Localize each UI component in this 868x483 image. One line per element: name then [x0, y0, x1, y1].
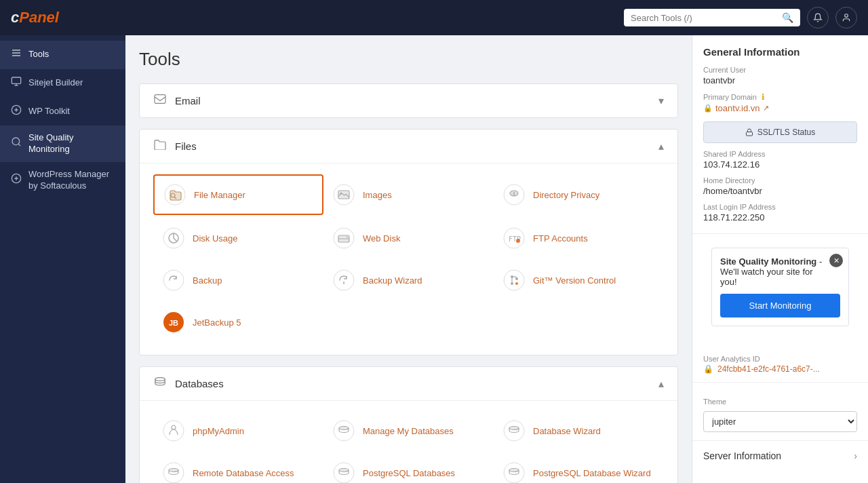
sidebar-item-wp-manager[interactable]: WordPress Manager by Softaculous [0, 162, 125, 199]
tool-item-postgresql[interactable]: PostgreSQL Databases [323, 454, 494, 483]
start-monitoring-button[interactable]: Start Monitoring [720, 294, 840, 317]
svg-point-42 [155, 378, 165, 381]
main-content: Tools Email ▾ [125, 35, 868, 483]
server-info-row[interactable]: Server Information › [692, 441, 868, 471]
svg-point-30 [516, 239, 520, 243]
primary-domain-value[interactable]: 🔒 toantv.id.vn ↗ [703, 103, 857, 113]
directory-privacy-label: Directory Privacy [533, 190, 599, 200]
svg-point-17 [340, 193, 342, 195]
phpmyadmin-icon [161, 419, 186, 443]
files-chevron-icon: ▴ [658, 140, 664, 153]
postgresql-wizard-label: PostgreSQL Database Wizard [533, 468, 651, 478]
web-disk-icon [332, 226, 356, 250]
tool-item-backup[interactable]: Backup [153, 261, 323, 299]
analytics-label: User Analytics ID [703, 355, 857, 363]
sidebar-item-site-quality[interactable]: Site Quality Monitoring [0, 125, 125, 162]
primary-domain-label: Primary Domain ℹ [703, 92, 857, 102]
last-login-value: 118.71.222.250 [703, 212, 857, 223]
layout: Tools Sitejet Builder WP Toolkit Site Qu… [0, 35, 868, 483]
email-section-header[interactable]: Email ▾ [140, 84, 677, 117]
tool-item-jetbackup[interactable]: JB JetBackup 5 [153, 303, 323, 341]
general-info-title: General Information [703, 46, 857, 58]
tool-item-git[interactable]: Git™ Version Control [494, 261, 664, 299]
svg-point-36 [511, 282, 513, 285]
db-wizard-label: Database Wizard [533, 426, 601, 436]
tool-item-backup-wizard[interactable]: Backup Wizard [323, 261, 494, 299]
search-button[interactable]: 🔍 [782, 12, 793, 23]
ssl-status-button[interactable]: SSL/TLS Status [703, 121, 857, 143]
files-icon [153, 139, 167, 153]
postgresql-label: PostgreSQL Databases [363, 468, 455, 478]
tool-item-directory-privacy[interactable]: Directory Privacy [494, 174, 664, 215]
sitejet-icon [11, 76, 22, 91]
email-section-label: Email [175, 95, 201, 107]
analytics-lock-icon: 🔒 [703, 364, 713, 374]
svg-point-48 [509, 427, 519, 430]
images-icon [332, 182, 356, 207]
external-link-icon: ↗ [763, 104, 769, 113]
home-dir-value: /home/toantvbr [703, 186, 857, 196]
theme-label: Theme [703, 398, 857, 406]
sidebar-item-tools-label: Tools [28, 49, 49, 60]
ftp-label: FTP Accounts [533, 233, 588, 244]
search-bar[interactable]: 🔍 [624, 9, 800, 26]
tool-item-file-manager[interactable]: File Manager [153, 174, 323, 215]
user-menu-button[interactable] [835, 7, 857, 28]
databases-section-header[interactable]: Databases ▴ [140, 367, 677, 401]
svg-point-47 [504, 421, 524, 441]
tool-item-postgresql-wizard[interactable]: PostgreSQL Database Wizard [494, 454, 664, 483]
tool-item-manage-db[interactable]: Manage My Databases [323, 412, 494, 450]
topbar: cPanel 🔍 [0, 0, 868, 35]
svg-point-0 [845, 14, 848, 18]
svg-point-53 [504, 463, 524, 483]
notifications-button[interactable] [807, 7, 829, 28]
server-info-label: Server Information [703, 450, 781, 461]
databases-section-body: phpMyAdmin Manage My Databases [140, 401, 677, 483]
file-manager-icon [163, 182, 187, 207]
email-section: Email ▾ [139, 83, 678, 118]
svg-point-50 [169, 469, 178, 472]
files-section-header[interactable]: Files ▴ [140, 130, 677, 163]
backup-wizard-icon [332, 268, 356, 292]
sqm-wrapper: ✕ Site Quality Monitoring - We'll watch … [692, 234, 868, 340]
tool-item-images[interactable]: Images [323, 174, 494, 215]
server-info-chevron-icon: › [854, 450, 857, 461]
databases-section: Databases ▴ phpMyAdmin [139, 366, 678, 483]
sqm-notification-text: Site Quality Monitoring - We'll watch yo… [720, 256, 840, 287]
theme-section: Theme jupiter paper_lantern [692, 383, 868, 441]
current-user-value: toantvbr [703, 75, 857, 85]
files-tool-grid: File Manager Images [153, 174, 664, 341]
email-chevron-icon: ▾ [658, 94, 664, 107]
sidebar-item-wp-label: WP Toolkit [28, 106, 70, 117]
sidebar-item-wp-toolkit[interactable]: WP Toolkit [0, 98, 125, 126]
analytics-section: User Analytics ID 🔒 24fcbb41-e2fc-4761-a… [692, 340, 868, 383]
svg-point-45 [334, 421, 354, 441]
theme-select[interactable]: jupiter paper_lantern [703, 411, 857, 432]
files-section-body: File Manager Images [140, 163, 677, 355]
tool-item-ftp[interactable]: FTP FTP Accounts [494, 219, 664, 257]
shared-ip-value: 103.74.122.16 [703, 159, 857, 170]
wp-toolkit-icon [11, 104, 22, 119]
analytics-row: 🔒 24fcbb41-e2fc-4761-a6c7-... [703, 364, 857, 374]
sidebar-item-sitejet[interactable]: Sitejet Builder [0, 69, 125, 98]
svg-rect-59 [746, 132, 752, 136]
tool-item-db-wizard[interactable]: Database Wizard [494, 412, 664, 450]
sidebar-item-wp-manager-label: WordPress Manager by Softaculous [28, 169, 115, 192]
remote-db-label: Remote Database Access [193, 468, 294, 478]
tool-item-web-disk[interactable]: Web Disk [323, 219, 494, 257]
tool-item-remote-db[interactable]: Remote Database Access [153, 454, 323, 483]
svg-point-43 [163, 421, 184, 441]
disk-usage-label: Disk Usage [193, 233, 237, 244]
databases-tool-grid: phpMyAdmin Manage My Databases [153, 412, 664, 483]
file-manager-label: File Manager [194, 190, 245, 200]
last-login-label: Last Login IP Address [703, 203, 857, 211]
content-area: Tools Email ▾ [125, 35, 692, 483]
tool-item-phpmyadmin[interactable]: phpMyAdmin [153, 412, 323, 450]
svg-point-27 [347, 237, 348, 238]
sqm-close-button[interactable]: ✕ [829, 254, 843, 267]
search-input[interactable] [631, 13, 782, 23]
sidebar-item-tools[interactable]: Tools [0, 41, 125, 69]
jetbackup-label: JetBackup 5 [193, 317, 241, 328]
tool-item-disk-usage[interactable]: Disk Usage [153, 219, 323, 257]
svg-line-9 [18, 144, 20, 146]
